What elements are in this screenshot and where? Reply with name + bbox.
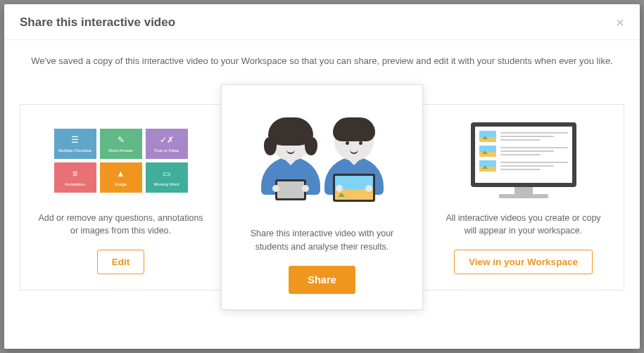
share-illustration	[252, 102, 393, 214]
lines-icon: ≡	[72, 169, 77, 179]
check-icon: ✓✗	[160, 135, 174, 145]
tile-true-false: ✓✗ True or False	[146, 129, 188, 159]
tile-label: Missing Word	[153, 182, 179, 186]
tile-missing-word: ▭ Missing Word	[146, 162, 188, 193]
modal-intro-text: We've saved a copy of this interactive v…	[20, 40, 624, 84]
tile-annotation: ≡ Annotation	[54, 162, 96, 193]
modal-title: Share this interactive video	[20, 15, 175, 30]
tile-short-answer: ✎ Short Answer	[100, 129, 142, 159]
option-cards: ☰ Multiple Choclese ✎ Short Answer ✓✗ Tr…	[20, 84, 624, 333]
share-button[interactable]: Share	[289, 266, 355, 294]
modal-body: We've saved a copy of this interactive v…	[4, 40, 640, 349]
pencil-icon: ✎	[118, 135, 125, 145]
image-icon: ▲	[117, 169, 125, 179]
card-workspace: All interactive videos you create or cop…	[422, 104, 624, 290]
edit-illustration: ☰ Multiple Choclese ✎ Short Answer ✓✗ Tr…	[51, 122, 191, 199]
tile-multiple-choice: ☰ Multiple Choclese	[54, 129, 96, 159]
card-workspace-text: All interactive videos you create or cop…	[436, 212, 611, 237]
blank-icon: ▭	[163, 169, 170, 179]
tile-label: Image	[115, 182, 127, 186]
list-icon: ☰	[71, 135, 79, 145]
monitor-icon	[471, 122, 576, 198]
workspace-illustration	[453, 122, 594, 199]
card-share: Share this interactive video with your s…	[221, 84, 423, 310]
card-edit: ☰ Multiple Choclese ✎ Short Answer ✓✗ Tr…	[20, 104, 222, 290]
card-edit-text: Add or remove any questions, annotations…	[33, 212, 208, 237]
tile-label: Short Answer	[108, 148, 134, 153]
tile-label: Multiple Choclese	[58, 148, 91, 153]
tile-label: Annotation	[65, 182, 85, 186]
tile-label: True or False	[154, 148, 179, 153]
close-icon[interactable]: ×	[616, 15, 624, 30]
card-share-text: Share this interactive video with your s…	[234, 227, 410, 252]
tile-image: ▲ Image	[100, 162, 142, 193]
view-workspace-button[interactable]: View in your Workspace	[454, 250, 593, 274]
modal-header: Share this interactive video ×	[4, 4, 640, 40]
share-video-modal: Share this interactive video × We've sav…	[4, 4, 640, 349]
edit-button[interactable]: Edit	[97, 250, 145, 274]
student-girl-icon	[261, 122, 320, 195]
student-boy-icon	[324, 122, 384, 195]
tablet-icon	[275, 179, 306, 200]
